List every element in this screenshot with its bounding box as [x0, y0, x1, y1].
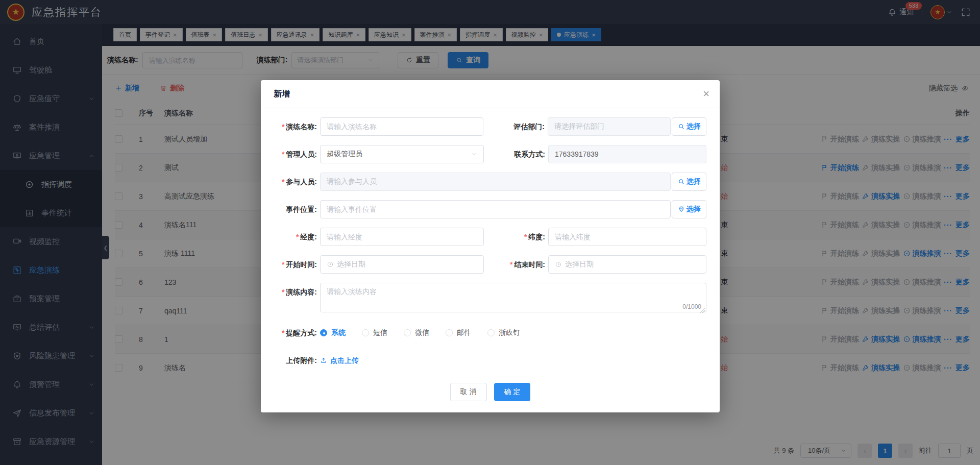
clock-icon	[555, 261, 562, 268]
contact-input: 17633917839	[548, 145, 706, 163]
radio-dot	[487, 329, 495, 336]
longitude-input[interactable]	[320, 228, 484, 246]
contact-label: 联系方式:	[484, 145, 545, 163]
participants-select-button[interactable]: 选择	[672, 173, 706, 191]
drill-name-input[interactable]	[320, 117, 483, 136]
latitude-input[interactable]	[548, 228, 706, 246]
upload-label: 上传附件:	[272, 351, 317, 370]
cancel-button[interactable]: 取 消	[450, 383, 487, 401]
radio-dot	[446, 329, 453, 336]
modal-footer: 取 消 确 定	[261, 383, 720, 412]
search-icon	[678, 178, 685, 185]
drill-name-label: *演练名称:	[272, 117, 317, 136]
new-drill-modal: 新增 × *演练名称: 评估部门: 请选择评估部门 选择 *管理人员:	[261, 80, 720, 412]
drill-content-textarea[interactable]	[320, 283, 706, 312]
eval-dept-input[interactable]: 请选择评估部门	[548, 117, 671, 136]
radio-dot	[404, 329, 411, 336]
clock-icon	[327, 261, 334, 268]
location-pin-icon	[678, 206, 685, 213]
confirm-button[interactable]: 确 定	[494, 383, 531, 401]
remind-method-radios: 系统短信微信邮件浙政钉	[320, 324, 520, 342]
manager-select[interactable]: 超级管理员	[320, 145, 484, 163]
manager-label: *管理人员:	[272, 145, 317, 163]
event-location-input[interactable]	[320, 200, 671, 218]
latitude-label: *纬度:	[484, 228, 545, 246]
remind-radio-邮件[interactable]: 邮件	[446, 328, 471, 337]
remind-radio-微信[interactable]: 微信	[404, 328, 429, 337]
eval-dept-select-button[interactable]: 选择	[672, 117, 706, 136]
upload-icon	[320, 357, 327, 364]
event-location-label: 事件位置:	[272, 200, 317, 218]
participants-label: *参与人员:	[272, 173, 317, 191]
resize-grip[interactable]	[700, 308, 705, 313]
remind-radio-短信[interactable]: 短信	[362, 328, 387, 337]
char-counter: 0/1000	[680, 303, 701, 310]
drill-content-label: *演练内容:	[272, 283, 317, 314]
participants-input[interactable]: 请输入参与人员	[320, 173, 671, 191]
remind-radio-浙政钉[interactable]: 浙政钉	[487, 328, 520, 337]
app-root: ★ 应急指挥平台 通知 533 ★ 首页 驾驶舱 应急值守 案件	[0, 0, 980, 465]
start-time-label: *开始时间:	[272, 255, 317, 274]
location-select-button[interactable]: 选择	[672, 200, 706, 218]
remind-radio-系统[interactable]: 系统	[320, 328, 346, 337]
remind-method-label: *提醒方式:	[272, 324, 317, 342]
modal-close-button[interactable]: ×	[703, 88, 709, 100]
longitude-label: *经度:	[272, 228, 317, 246]
modal-body: *演练名称: 评估部门: 请选择评估部门 选择 *管理人员: 超级管理员 联系	[261, 108, 720, 379]
search-icon	[678, 123, 685, 130]
radio-dot	[320, 329, 327, 336]
end-time-input[interactable]: 选择日期	[548, 255, 706, 274]
modal-header: 新增 ×	[261, 80, 720, 108]
chevron-down-icon	[471, 151, 477, 157]
upload-button[interactable]: 点击上传	[320, 351, 359, 370]
radio-dot	[362, 329, 369, 336]
modal-title: 新增	[274, 89, 290, 100]
end-time-label: *结束时间:	[484, 255, 545, 274]
start-time-input[interactable]: 选择日期	[320, 255, 484, 274]
eval-dept-label: 评估部门:	[483, 117, 545, 136]
